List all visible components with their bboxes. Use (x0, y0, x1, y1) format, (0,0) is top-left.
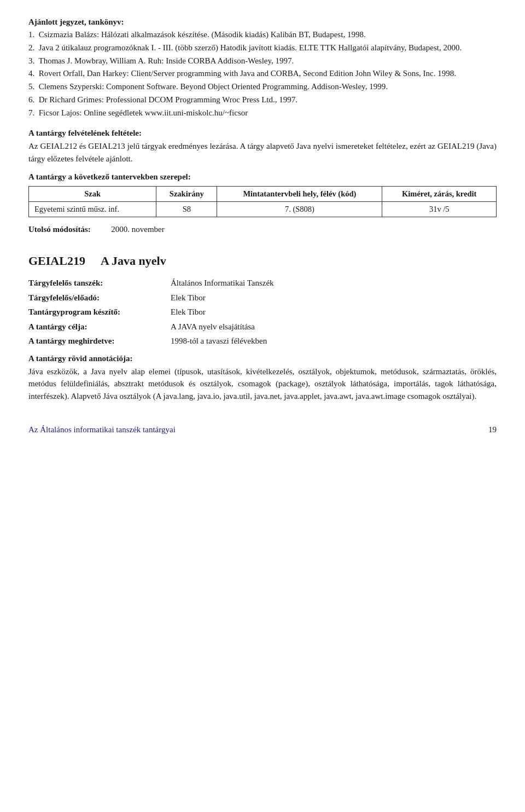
course-info-value: 1998-tól a tavaszi félévekben (171, 334, 497, 349)
ref-item-2: 2. Java 2 útikalauz programozóknak I. - … (28, 42, 497, 54)
references-heading: Ajánlott jegyzet, tankönyv: (28, 18, 497, 27)
course-info-row: Tárgyfelelős tanszék:Általános Informati… (28, 276, 497, 291)
last-modified-value: 2000. november (111, 225, 164, 234)
annotation-section: A tantárgy rövid annotációja: Jáva eszkö… (28, 354, 497, 403)
last-modified-label: Utolsó módosítás: (28, 225, 91, 234)
course-info-row: A tantárgy célja:A JAVA nyelv elsajátítá… (28, 320, 497, 334)
table-row: Egyetemi szintű műsz. inf. S8 7. (S808) … (29, 202, 497, 217)
ref-item-4: 4. Rovert Orfall, Dan Harkey: Client/Ser… (28, 68, 497, 80)
course-info-row: A tantárgy meghirdetve:1998-tól a tavasz… (28, 334, 497, 349)
last-modified-section: Utolsó módosítás: 2000. november (28, 225, 497, 234)
course-info-value: Elek Tibor (171, 305, 497, 320)
course-info-label: Tantárgyprogram készítő: (28, 305, 171, 320)
condition-text: Az GEIAL212 és GEIAL213 jelű tárgyak ere… (28, 140, 497, 165)
condition-section: A tantárgy felvételének feltétele: Az GE… (28, 129, 497, 165)
references-section: Ajánlott jegyzet, tankönyv: 1. Csizmazia… (28, 18, 497, 119)
condition-heading: A tantárgy felvételének feltétele: (28, 129, 497, 138)
table-cell-szak: Egyetemi szintű műsz. inf. (29, 202, 156, 217)
col-header-mintatantervbeli: Mintatantervbeli hely, félév (kód) (217, 187, 382, 202)
course-info-row: Tantárgyprogram készítő:Elek Tibor (28, 305, 497, 320)
curricula-heading: A tantárgy a következő tantervekben szer… (28, 172, 497, 182)
course-info-table: Tárgyfelelős tanszék:Általános Informati… (28, 276, 497, 349)
curricula-table: Szak Szakirány Mintatantervbeli hely, fé… (28, 186, 497, 217)
page-number: 19 (488, 425, 497, 434)
annotation-text: Jáva eszközök, a Java nyelv alap elemei … (28, 366, 497, 403)
course-title: A Java nyelv (101, 254, 166, 268)
course-info-label: Tárgyfelelős tanszék: (28, 276, 171, 291)
col-header-kimeret: Kiméret, zárás, kredit (382, 187, 497, 202)
col-header-szak: Szak (29, 187, 156, 202)
course-code: GEIAL219 (28, 254, 85, 268)
course-info-value: Elek Tibor (171, 291, 497, 305)
course-title-row: GEIAL219 A Java nyelv (28, 254, 497, 268)
course-info-label: A tantárgy meghirdetve: (28, 334, 171, 349)
course-info-value: Általános Informatikai Tanszék (171, 276, 497, 291)
course-info-row: Tárgyfelelős/előadó:Elek Tibor (28, 291, 497, 305)
course-info-label: A tantárgy célja: (28, 320, 171, 334)
ref-item-5: 5. Clemens Szyperski: Component Software… (28, 81, 497, 93)
ref-item-3: 3. Thomas J. Mowbray, William A. Ruh: In… (28, 55, 497, 67)
annotation-heading: A tantárgy rövid annotációja: (28, 354, 497, 363)
table-cell-szakirany: S8 (156, 202, 217, 217)
col-header-szakirany: Szakirány (156, 187, 217, 202)
course-block: GEIAL219 A Java nyelv Tárgyfelelős tansz… (28, 254, 497, 402)
table-cell-kimeret: 31v /5 (382, 202, 497, 217)
footer: Az Általános informatikai tanszék tantár… (28, 415, 497, 434)
footer-link[interactable]: Az Általános informatikai tanszék tantár… (28, 425, 176, 434)
ref-item-1: 1. Csizmazia Balázs: Hálózati alkalmazás… (28, 29, 497, 41)
curricula-section: A tantárgy a következő tantervekben szer… (28, 172, 497, 217)
table-cell-helyfélév: 7. (S808) (217, 202, 382, 217)
ref-item-7: 7. Ficsor Lajos: Online segédletek www.i… (28, 107, 497, 119)
course-info-value: A JAVA nyelv elsajátítása (171, 320, 497, 334)
course-info-label: Tárgyfelelős/előadó: (28, 291, 171, 305)
page-container: Ajánlott jegyzet, tankönyv: 1. Csizmazia… (0, 0, 525, 456)
ref-item-6: 6. Dr Richard Grimes: Professional DCOM … (28, 94, 497, 106)
